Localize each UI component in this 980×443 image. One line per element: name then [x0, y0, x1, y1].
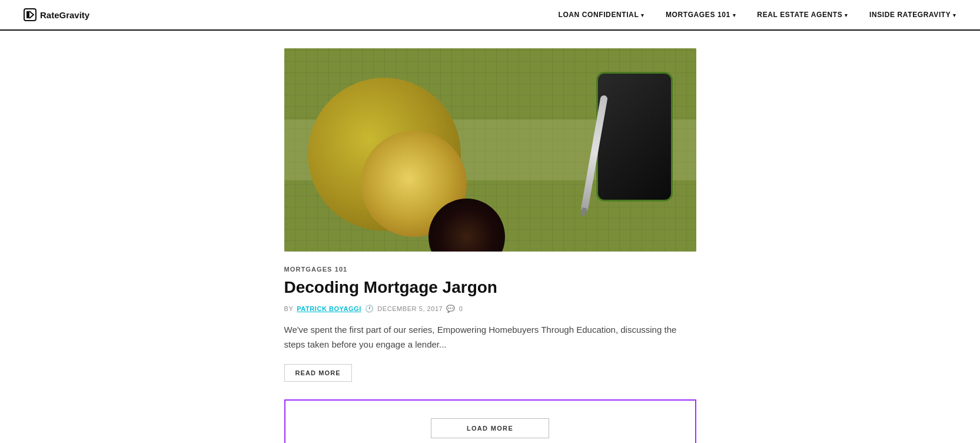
- load-more-button[interactable]: LOAD MORE: [431, 418, 549, 438]
- nav-label: REAL ESTATE AGENTS: [757, 11, 842, 19]
- chevron-down-icon: ▾: [953, 12, 956, 18]
- comment-count: 0: [459, 305, 463, 312]
- article-category: MORTGAGES 101: [284, 266, 696, 273]
- by-label: BY: [284, 305, 294, 312]
- phone-device: [596, 72, 673, 201]
- chevron-down-icon: ▾: [641, 12, 645, 18]
- site-header: RateGravity LOAN CONFIDENTIAL ▾ MORTGAGE…: [0, 0, 980, 31]
- chevron-down-icon: ▾: [733, 12, 736, 18]
- author-link[interactable]: PATRICK BOYAGGI: [297, 305, 361, 312]
- article-image-scene: [284, 48, 696, 252]
- coffee-cup: [361, 131, 467, 237]
- nav-label: LOAN CONFIDENTIAL: [558, 11, 639, 19]
- load-more-section: LOAD MORE: [284, 399, 696, 443]
- nav-item-real-estate-agents[interactable]: REAL ESTATE AGENTS ▾: [757, 11, 848, 19]
- nav-item-loan-confidential[interactable]: LOAN CONFIDENTIAL ▾: [558, 11, 644, 19]
- nav-label: MORTGAGES 101: [666, 11, 730, 19]
- logo[interactable]: RateGravity: [24, 8, 89, 21]
- nav-label: INSIDE RATEGRAVITY: [869, 11, 951, 19]
- clock-icon: 🕐: [365, 305, 374, 313]
- article-content: MORTGAGES 101 Decoding Mortgage Jargon B…: [284, 252, 696, 382]
- article-meta: BY PATRICK BOYAGGI 🕐 DECEMBER 5, 2017 💬 …: [284, 305, 696, 313]
- article-date: DECEMBER 5, 2017: [377, 305, 443, 312]
- main-content: MORTGAGES 101 Decoding Mortgage Jargon B…: [0, 31, 980, 443]
- comment-icon: 💬: [446, 305, 456, 313]
- nav-item-mortgages-101[interactable]: MORTGAGES 101 ▾: [666, 11, 736, 19]
- article-excerpt: We've spent the first part of our series…: [284, 322, 696, 352]
- logo-text: RateGravity: [40, 10, 89, 20]
- article-title: Decoding Mortgage Jargon: [284, 277, 696, 297]
- article-image: [284, 48, 696, 252]
- logo-icon: [24, 8, 36, 21]
- article-card: MORTGAGES 101 Decoding Mortgage Jargon B…: [284, 48, 696, 382]
- nav-item-inside-rategravity[interactable]: INSIDE RATEGRAVITY ▾: [869, 11, 956, 19]
- read-more-button[interactable]: READ MORE: [284, 364, 352, 382]
- coffee-saucer: [308, 78, 461, 231]
- chevron-down-icon: ▾: [845, 12, 848, 18]
- main-nav: LOAN CONFIDENTIAL ▾ MORTGAGES 101 ▾ REAL…: [558, 11, 956, 19]
